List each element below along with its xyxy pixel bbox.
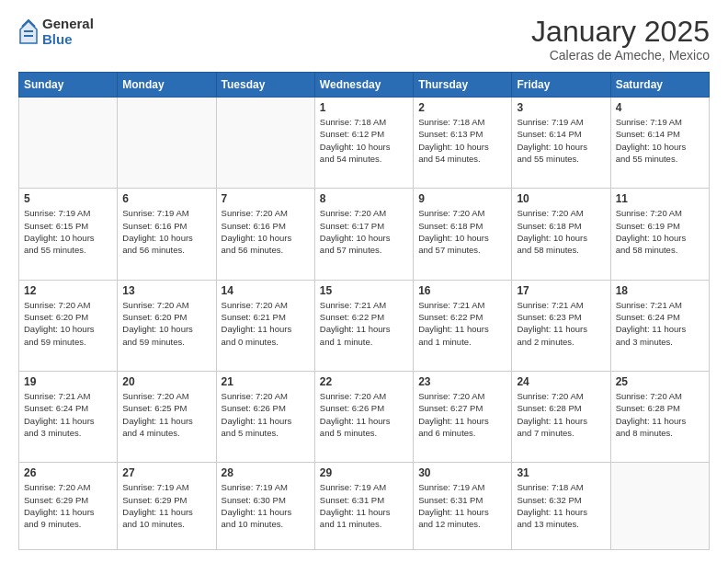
calendar-week-3: 19Sunrise: 7:21 AM Sunset: 6:24 PM Dayli… bbox=[19, 371, 710, 462]
day-info: Sunrise: 7:20 AM Sunset: 6:20 PM Dayligh… bbox=[122, 299, 210, 348]
calendar-cell: 5Sunrise: 7:19 AM Sunset: 6:15 PM Daylig… bbox=[19, 189, 118, 280]
day-info: Sunrise: 7:21 AM Sunset: 6:23 PM Dayligh… bbox=[517, 299, 605, 348]
calendar-cell: 18Sunrise: 7:21 AM Sunset: 6:24 PM Dayli… bbox=[610, 280, 709, 371]
day-info: Sunrise: 7:19 AM Sunset: 6:31 PM Dayligh… bbox=[320, 481, 408, 530]
calendar-header-saturday: Saturday bbox=[610, 73, 709, 98]
logo-general-text: General bbox=[42, 17, 94, 32]
day-info: Sunrise: 7:19 AM Sunset: 6:30 PM Dayligh… bbox=[222, 481, 310, 530]
calendar-cell: 7Sunrise: 7:20 AM Sunset: 6:16 PM Daylig… bbox=[216, 189, 314, 280]
calendar-cell: 24Sunrise: 7:20 AM Sunset: 6:28 PM Dayli… bbox=[512, 371, 610, 462]
day-info: Sunrise: 7:19 AM Sunset: 6:16 PM Dayligh… bbox=[122, 207, 210, 256]
svg-rect-2 bbox=[24, 30, 33, 32]
day-info: Sunrise: 7:21 AM Sunset: 6:24 PM Dayligh… bbox=[616, 299, 704, 348]
calendar-cell: 17Sunrise: 7:21 AM Sunset: 6:23 PM Dayli… bbox=[512, 280, 610, 371]
day-number: 3 bbox=[517, 101, 605, 114]
day-info: Sunrise: 7:20 AM Sunset: 6:28 PM Dayligh… bbox=[616, 390, 704, 439]
calendar-cell bbox=[19, 98, 118, 189]
day-info: Sunrise: 7:20 AM Sunset: 6:26 PM Dayligh… bbox=[222, 390, 310, 439]
calendar-cell: 15Sunrise: 7:21 AM Sunset: 6:22 PM Dayli… bbox=[314, 280, 413, 371]
calendar-cell: 9Sunrise: 7:20 AM Sunset: 6:18 PM Daylig… bbox=[414, 189, 512, 280]
day-number: 15 bbox=[320, 284, 408, 297]
calendar-header-friday: Friday bbox=[512, 73, 610, 98]
day-number: 21 bbox=[222, 375, 310, 388]
calendar-cell: 28Sunrise: 7:19 AM Sunset: 6:30 PM Dayli… bbox=[216, 463, 314, 550]
day-info: Sunrise: 7:20 AM Sunset: 6:29 PM Dayligh… bbox=[24, 481, 112, 530]
calendar-cell bbox=[216, 98, 314, 189]
calendar-cell: 23Sunrise: 7:20 AM Sunset: 6:27 PM Dayli… bbox=[414, 371, 512, 462]
day-info: Sunrise: 7:20 AM Sunset: 6:20 PM Dayligh… bbox=[24, 299, 112, 348]
day-number: 4 bbox=[616, 101, 704, 114]
day-info: Sunrise: 7:20 AM Sunset: 6:27 PM Dayligh… bbox=[418, 390, 506, 439]
calendar-cell: 4Sunrise: 7:19 AM Sunset: 6:14 PM Daylig… bbox=[610, 98, 709, 189]
calendar-cell: 8Sunrise: 7:20 AM Sunset: 6:17 PM Daylig… bbox=[314, 189, 413, 280]
logo: General Blue bbox=[18, 17, 94, 47]
header-right: January 2025 Caleras de Ameche, Mexico bbox=[531, 17, 710, 63]
day-info: Sunrise: 7:20 AM Sunset: 6:21 PM Dayligh… bbox=[222, 299, 310, 348]
day-number: 24 bbox=[517, 375, 605, 388]
calendar-cell: 1Sunrise: 7:18 AM Sunset: 6:12 PM Daylig… bbox=[314, 98, 413, 189]
day-number: 11 bbox=[616, 192, 704, 205]
calendar-week-4: 26Sunrise: 7:20 AM Sunset: 6:29 PM Dayli… bbox=[19, 463, 710, 550]
logo-text: General Blue bbox=[42, 17, 94, 47]
logo-blue-text: Blue bbox=[42, 32, 94, 48]
day-number: 19 bbox=[24, 375, 112, 388]
day-number: 16 bbox=[418, 284, 506, 297]
calendar-cell: 22Sunrise: 7:20 AM Sunset: 6:26 PM Dayli… bbox=[314, 371, 413, 462]
day-info: Sunrise: 7:21 AM Sunset: 6:22 PM Dayligh… bbox=[320, 299, 408, 348]
calendar-cell bbox=[610, 463, 709, 550]
logo-icon bbox=[18, 19, 39, 45]
svg-rect-3 bbox=[24, 35, 33, 37]
day-info: Sunrise: 7:20 AM Sunset: 6:25 PM Dayligh… bbox=[122, 390, 210, 439]
calendar-cell: 27Sunrise: 7:19 AM Sunset: 6:29 PM Dayli… bbox=[118, 463, 216, 550]
day-number: 8 bbox=[320, 192, 408, 205]
day-number: 17 bbox=[517, 284, 605, 297]
day-info: Sunrise: 7:20 AM Sunset: 6:18 PM Dayligh… bbox=[418, 207, 506, 256]
day-number: 22 bbox=[320, 375, 408, 388]
day-number: 13 bbox=[122, 284, 210, 297]
calendar-cell: 19Sunrise: 7:21 AM Sunset: 6:24 PM Dayli… bbox=[19, 371, 118, 462]
day-number: 14 bbox=[222, 284, 310, 297]
calendar-week-2: 12Sunrise: 7:20 AM Sunset: 6:20 PM Dayli… bbox=[19, 280, 710, 371]
day-info: Sunrise: 7:20 AM Sunset: 6:18 PM Dayligh… bbox=[517, 207, 605, 256]
calendar-cell: 21Sunrise: 7:20 AM Sunset: 6:26 PM Dayli… bbox=[216, 371, 314, 462]
calendar-week-1: 5Sunrise: 7:19 AM Sunset: 6:15 PM Daylig… bbox=[19, 189, 710, 280]
day-info: Sunrise: 7:18 AM Sunset: 6:32 PM Dayligh… bbox=[517, 481, 605, 530]
calendar-header-row: SundayMondayTuesdayWednesdayThursdayFrid… bbox=[19, 73, 710, 98]
day-info: Sunrise: 7:19 AM Sunset: 6:15 PM Dayligh… bbox=[24, 207, 112, 256]
day-info: Sunrise: 7:20 AM Sunset: 6:16 PM Dayligh… bbox=[222, 207, 310, 256]
day-number: 27 bbox=[122, 466, 210, 479]
calendar-cell: 13Sunrise: 7:20 AM Sunset: 6:20 PM Dayli… bbox=[118, 280, 216, 371]
day-info: Sunrise: 7:20 AM Sunset: 6:17 PM Dayligh… bbox=[320, 207, 408, 256]
day-number: 6 bbox=[122, 192, 210, 205]
day-number: 28 bbox=[222, 466, 310, 479]
day-number: 29 bbox=[320, 466, 408, 479]
subtitle: Caleras de Ameche, Mexico bbox=[531, 48, 710, 63]
calendar-week-0: 1Sunrise: 7:18 AM Sunset: 6:12 PM Daylig… bbox=[19, 98, 710, 189]
calendar-header-thursday: Thursday bbox=[414, 73, 512, 98]
calendar-cell: 10Sunrise: 7:20 AM Sunset: 6:18 PM Dayli… bbox=[512, 189, 610, 280]
day-number: 7 bbox=[222, 192, 310, 205]
day-info: Sunrise: 7:19 AM Sunset: 6:14 PM Dayligh… bbox=[517, 116, 605, 165]
calendar-cell: 29Sunrise: 7:19 AM Sunset: 6:31 PM Dayli… bbox=[314, 463, 413, 550]
day-info: Sunrise: 7:19 AM Sunset: 6:31 PM Dayligh… bbox=[418, 481, 506, 530]
day-info: Sunrise: 7:18 AM Sunset: 6:13 PM Dayligh… bbox=[418, 116, 506, 165]
calendar-header-tuesday: Tuesday bbox=[216, 73, 314, 98]
calendar-cell: 11Sunrise: 7:20 AM Sunset: 6:19 PM Dayli… bbox=[610, 189, 709, 280]
calendar-table: SundayMondayTuesdayWednesdayThursdayFrid… bbox=[18, 72, 710, 550]
day-number: 26 bbox=[24, 466, 112, 479]
day-info: Sunrise: 7:19 AM Sunset: 6:29 PM Dayligh… bbox=[122, 481, 210, 530]
day-number: 9 bbox=[418, 192, 506, 205]
day-info: Sunrise: 7:20 AM Sunset: 6:19 PM Dayligh… bbox=[616, 207, 704, 256]
day-info: Sunrise: 7:20 AM Sunset: 6:28 PM Dayligh… bbox=[517, 390, 605, 439]
calendar-cell bbox=[118, 98, 216, 189]
calendar-cell: 31Sunrise: 7:18 AM Sunset: 6:32 PM Dayli… bbox=[512, 463, 610, 550]
calendar-cell: 30Sunrise: 7:19 AM Sunset: 6:31 PM Dayli… bbox=[414, 463, 512, 550]
calendar-header-wednesday: Wednesday bbox=[314, 73, 413, 98]
day-number: 23 bbox=[418, 375, 506, 388]
day-number: 31 bbox=[517, 466, 605, 479]
calendar-cell: 2Sunrise: 7:18 AM Sunset: 6:13 PM Daylig… bbox=[414, 98, 512, 189]
day-number: 30 bbox=[418, 466, 506, 479]
day-info: Sunrise: 7:19 AM Sunset: 6:14 PM Dayligh… bbox=[616, 116, 704, 165]
day-info: Sunrise: 7:21 AM Sunset: 6:22 PM Dayligh… bbox=[418, 299, 506, 348]
calendar-header-sunday: Sunday bbox=[19, 73, 118, 98]
